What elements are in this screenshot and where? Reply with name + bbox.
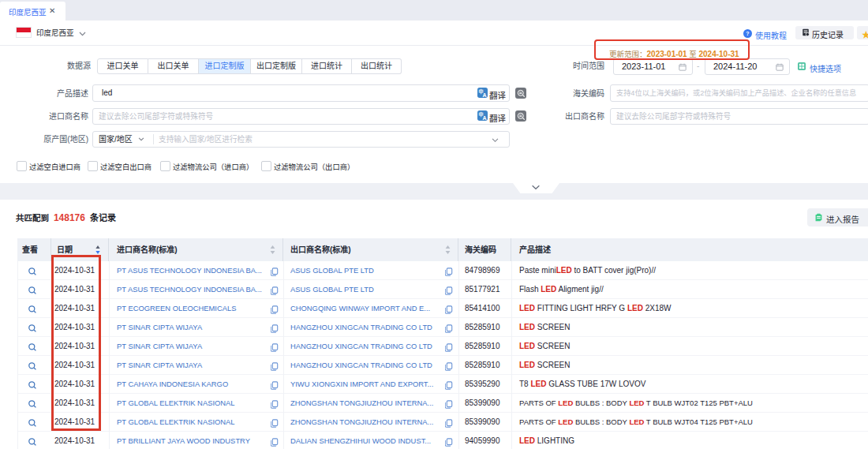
svg-text:A: A xyxy=(483,92,487,98)
svg-text:A: A xyxy=(483,115,487,121)
